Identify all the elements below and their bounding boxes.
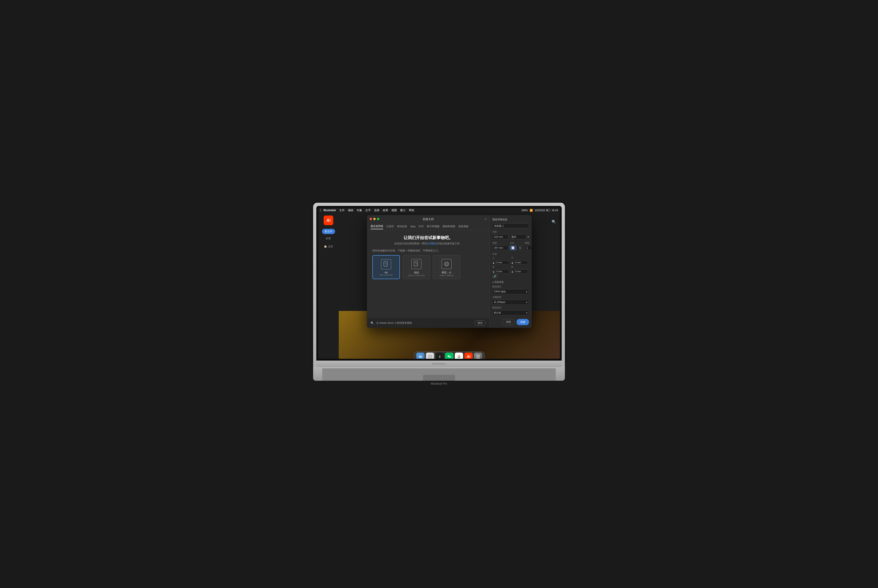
tab-web[interactable]: Web [410,224,416,229]
new-document-dialog: 新建文档 × 最近使用项 已保存 移动设备 Web [367,215,532,328]
create-button[interactable]: 创建 [516,319,529,325]
dialog-overlay: 新建文档 × 最近使用项 已保存 移动设备 Web [339,213,560,359]
tab-recent[interactable]: 最近使用项 [371,224,383,229]
bleed-bottom-row: ▲ [511,261,529,264]
dialog-footer: 🔍 在 Adobe Stock 上查找更多模板 前往 [367,318,489,328]
bleed-top-input[interactable] [495,261,509,264]
tab-film[interactable]: 胶片和视频 [427,224,440,229]
svg-point-22 [449,356,451,358]
home-icon: 🏠 [324,245,327,248]
bleed-bottom-input[interactable] [514,261,528,264]
ai-logo: Ai [324,216,333,225]
wifi-icon: 📶 [530,209,533,212]
menu-help[interactable]: 帮助 [409,208,414,212]
color-mode-dropdown[interactable]: CMYK 颜色 ▾ [492,289,529,294]
minimize-traffic-light[interactable] [373,218,375,220]
width-input[interactable] [492,234,508,239]
bleed-bottom-up[interactable]: ▲ [511,261,513,264]
menubar-right: 100% 📶 10月25日 周二 16:24 [521,208,558,212]
preview-mode-dropdown[interactable]: 默认值 ▾ [492,310,529,315]
template-letter[interactable]: 信纸 215.9 x 279.4 mm [402,255,430,279]
dock-terminal[interactable]: $ [435,352,444,359]
svg-point-5 [418,354,423,359]
advanced-section: ▾ 高级选项 颜色模式 CMYK 颜色 ▾ 光栅效果 [492,280,529,315]
template-a4[interactable]: A4 210 x 297 mm [372,255,400,279]
bleed-right-up[interactable]: ▲ [511,270,513,273]
width-label: 宽度 [492,230,529,234]
template-grid: A4 210 x 297 mm [372,255,484,279]
template-a4-icon [381,259,391,269]
open-button[interactable]: 打开 [326,237,331,240]
menu-select[interactable]: 选择 [374,208,380,212]
portrait-button[interactable]: ⬜ [510,246,516,250]
menu-object[interactable]: 对象 [357,208,362,212]
menu-edit[interactable]: 编辑 [348,208,353,212]
tab-mobile[interactable]: 移动设备 [397,224,407,229]
color-mode-chevron: ▾ [526,291,527,293]
preview-mode-chevron: ▾ [526,312,527,314]
home-nav-item[interactable]: 🏠 主页 [324,245,333,248]
dialog-tabs: 最近使用项 已保存 移动设备 Web 打印 胶片和视频 图稿和插图 更多模板 [367,223,489,230]
bleed-top-up[interactable]: ▲ [492,261,495,264]
dialog-close-button[interactable]: × [485,218,486,221]
advanced-chevron-icon: ▾ [492,281,494,284]
dock: $ [414,351,485,359]
macbook-lid:  Illustrator 文件 编辑 对象 文字 选择 效果 视图 窗口 帮助 [313,203,565,367]
new-file-button[interactable]: 新文件 [322,229,335,234]
dock-chrome[interactable] [455,352,463,359]
dock-wechat[interactable] [445,352,453,359]
dock-launchpad[interactable] [426,352,434,359]
dock-illustrator[interactable]: Ai [464,352,473,359]
color-mode-label: 颜色模式 [492,285,529,288]
hero-title: 让我们开始尝试新事物吧。 [372,235,484,240]
orientation-label: 方向 [510,242,524,245]
dock-finder[interactable] [416,352,425,359]
svg-rect-1 [414,261,418,266]
doc-presets-link[interactable]: 文档预设 [427,242,437,245]
terminal-icon: $ [439,355,440,358]
close-button[interactable]: 关闭 [502,319,515,325]
menu-view[interactable]: 视图 [392,208,397,212]
go-button[interactable]: 前往 [475,320,486,326]
tab-print[interactable]: 打印 [419,224,424,229]
menu-window[interactable]: 窗口 [400,208,405,212]
height-section: 高度 方向 ⬜ ⬛ [492,242,529,250]
menu-effects[interactable]: 效果 [383,208,388,212]
hero-subtitle: 从您自己的文档设置或一系列文档预设开始以快速开始工作。 [372,242,484,245]
apple-menu-icon[interactable]:  [320,208,321,212]
height-input[interactable] [492,246,508,250]
advanced-toggle[interactable]: ▾ 高级选项 [492,280,529,284]
bleed-left-label: 左 [492,266,510,268]
landscape-button[interactable]: ⬛ [517,246,524,250]
close-traffic-light[interactable] [370,218,372,220]
macbook-bottom [316,361,562,367]
svg-point-19 [431,358,432,358]
menu-text[interactable]: 文字 [365,208,371,212]
trackpad[interactable] [423,375,455,382]
template-web[interactable]: 网页 - 大 1920 x 1080 px [433,255,460,279]
bleed-bottom-label: 下 [511,256,529,260]
svg-point-11 [428,355,429,356]
tab-more[interactable]: 更多模板 [458,224,468,229]
width-row: 毫米 像素 厘米 ▾ [492,234,529,239]
unit-select[interactable]: 毫米 像素 厘米 [510,234,526,239]
dock-trash[interactable] [474,352,482,359]
bleed-left-up[interactable]: ▲ [492,270,495,273]
screen-bezel:  Illustrator 文件 编辑 对象 文字 选择 效果 视图 窗口 帮助 [316,206,562,361]
tab-saved[interactable]: 已保存 [386,224,394,229]
bleed-left-input[interactable] [495,270,509,273]
doc-name-input[interactable] [492,224,529,228]
raster-dropdown[interactable]: 高 (300ppi) ▾ [492,300,529,305]
bleed-right-input[interactable] [514,270,528,273]
svg-point-21 [448,356,450,357]
link-bleed-button[interactable]: 🔗 [492,274,497,278]
tab-art[interactable]: 图稿和插图 [443,224,455,229]
doc-name-section [492,224,529,228]
maximize-traffic-light[interactable] [377,218,379,220]
footer-search-icon: 🔍 [371,321,374,325]
svg-rect-0 [384,261,387,266]
artboard-input[interactable] [525,246,532,250]
panel-title: 预设详细信息 [492,218,529,221]
template-a4-name: A4 [384,271,387,274]
menu-file[interactable]: 文件 [339,208,345,212]
